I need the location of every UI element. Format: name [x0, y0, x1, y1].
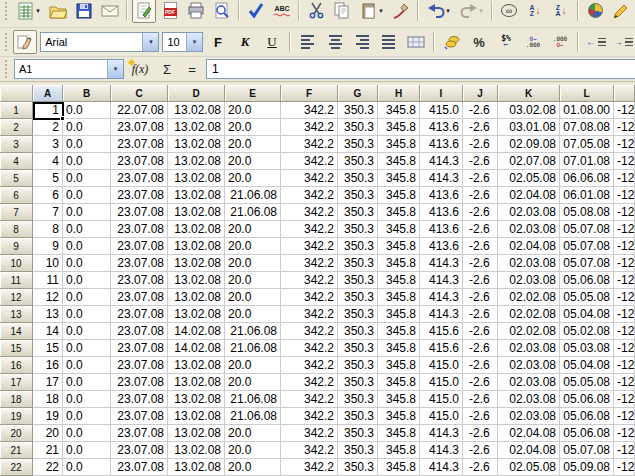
cell[interactable]: -12 — [614, 340, 635, 357]
cell[interactable]: 20.0 — [225, 374, 281, 391]
cell[interactable]: 350.3 — [338, 170, 378, 187]
cell[interactable]: 415.6 — [420, 323, 463, 340]
toolbar-drag-handle[interactable] — [4, 33, 8, 51]
cell[interactable]: 23.07.08 — [111, 306, 168, 323]
cell[interactable]: 20.0 — [225, 238, 281, 255]
cell[interactable]: 23.07.08 — [111, 136, 168, 153]
percent-format-button[interactable]: % — [467, 30, 491, 54]
cell[interactable]: -2.6 — [463, 391, 498, 408]
cell[interactable]: -12 — [614, 221, 635, 238]
cell[interactable]: 415.0 — [420, 102, 463, 119]
cell[interactable]: 350.3 — [338, 357, 378, 374]
undo-button[interactable]: ▾ — [423, 0, 454, 23]
cell[interactable]: 19 — [33, 408, 63, 425]
cell[interactable]: 02.03.08 — [498, 221, 560, 238]
name-box[interactable]: A1 ▾ — [14, 59, 124, 79]
cell[interactable]: 0.0 — [63, 255, 111, 272]
cell[interactable]: 342.2 — [281, 391, 338, 408]
cell[interactable]: 413.6 — [420, 187, 463, 204]
cell[interactable]: 02.04.08 — [498, 425, 560, 442]
cell[interactable]: 05.04.08 — [560, 306, 614, 323]
cell[interactable]: -12 — [614, 170, 635, 187]
cell[interactable]: -2.6 — [463, 459, 498, 476]
row-header-5[interactable]: 5 — [0, 170, 33, 187]
cell[interactable]: 02.03.08 — [498, 374, 560, 391]
cell[interactable]: -2.6 — [463, 306, 498, 323]
row-header-21[interactable]: 21 — [0, 442, 33, 459]
cell[interactable]: 13.02.08 — [168, 187, 225, 204]
hyperlink-button[interactable]: ∞ — [497, 0, 521, 23]
cell[interactable]: 02.07.08 — [498, 153, 560, 170]
cell[interactable]: 07.05.08 — [560, 136, 614, 153]
row-header-10[interactable]: 10 — [0, 255, 33, 272]
column-header-H[interactable]: H — [378, 85, 420, 102]
cell[interactable]: 345.8 — [378, 289, 420, 306]
cell[interactable]: 345.8 — [378, 170, 420, 187]
cell[interactable]: 342.2 — [281, 102, 338, 119]
cell[interactable]: 2 — [33, 119, 63, 136]
row-header-1[interactable]: 1 — [0, 102, 33, 119]
cell[interactable]: 20.0 — [225, 136, 281, 153]
cell[interactable]: 345.8 — [378, 102, 420, 119]
cell[interactable]: 13.02.08 — [168, 170, 225, 187]
cell[interactable]: 02.02.08 — [498, 306, 560, 323]
cell[interactable]: 350.3 — [338, 119, 378, 136]
cell[interactable]: -2.6 — [463, 221, 498, 238]
cell[interactable]: 13.02.08 — [168, 408, 225, 425]
cell[interactable]: 20.0 — [225, 357, 281, 374]
row-header-12[interactable]: 12 — [0, 289, 33, 306]
column-header-E[interactable]: E — [225, 85, 281, 102]
cell[interactable]: 22.07.08 — [111, 102, 168, 119]
cell[interactable]: 17 — [33, 374, 63, 391]
cell[interactable]: 342.2 — [281, 272, 338, 289]
cell[interactable]: 23.07.08 — [111, 425, 168, 442]
cell[interactable]: 350.3 — [338, 374, 378, 391]
cell[interactable]: 23.07.08 — [111, 187, 168, 204]
cell[interactable]: 345.8 — [378, 374, 420, 391]
font-size-combobox[interactable]: 10 ▾ — [162, 32, 203, 52]
cell[interactable]: 350.3 — [338, 153, 378, 170]
cell[interactable]: 20.0 — [225, 153, 281, 170]
cell[interactable]: 345.8 — [378, 442, 420, 459]
pdf-export-button[interactable]: PDF — [158, 0, 182, 23]
cell[interactable]: 414.3 — [420, 272, 463, 289]
cell[interactable]: 345.8 — [378, 255, 420, 272]
cell[interactable]: 0.0 — [63, 357, 111, 374]
row-header-8[interactable]: 8 — [0, 221, 33, 238]
cell[interactable]: 342.2 — [281, 306, 338, 323]
cell[interactable]: -12 — [614, 272, 635, 289]
row-header-19[interactable]: 19 — [0, 408, 33, 425]
cell[interactable]: 0.0 — [63, 102, 111, 119]
cell[interactable]: 350.3 — [338, 442, 378, 459]
cell[interactable]: 23.07.08 — [111, 408, 168, 425]
cell[interactable]: 02.05.08 — [498, 459, 560, 476]
cell[interactable]: 13.02.08 — [168, 357, 225, 374]
save-button[interactable] — [72, 0, 96, 23]
cell[interactable]: 345.8 — [378, 272, 420, 289]
cell[interactable]: -12 — [614, 204, 635, 221]
cell[interactable]: 350.3 — [338, 187, 378, 204]
standard-format-button[interactable]: $% ← — [494, 30, 518, 54]
cell[interactable]: 06.06.08 — [560, 170, 614, 187]
column-header-K[interactable]: K — [498, 85, 560, 102]
cell[interactable]: 350.3 — [338, 136, 378, 153]
cell[interactable]: -12 — [614, 119, 635, 136]
fill-handle[interactable] — [60, 116, 65, 121]
cell[interactable]: 414.3 — [420, 306, 463, 323]
cell[interactable]: -2.6 — [463, 340, 498, 357]
cell[interactable]: 414.3 — [420, 153, 463, 170]
row-header-6[interactable]: 6 — [0, 187, 33, 204]
cell[interactable]: 350.3 — [338, 340, 378, 357]
cell[interactable]: 02.04.08 — [498, 187, 560, 204]
cell[interactable]: 345.8 — [378, 459, 420, 476]
cell[interactable]: 0.0 — [63, 459, 111, 476]
italic-button[interactable]: K — [233, 30, 257, 54]
cell[interactable]: -12 — [614, 255, 635, 272]
cell[interactable]: -2.6 — [463, 238, 498, 255]
new-document-button[interactable]: ▾ — [13, 0, 44, 23]
align-right-button[interactable] — [350, 30, 374, 54]
cell[interactable]: 14.02.08 — [168, 340, 225, 357]
cell[interactable]: 01.08.00 — [560, 102, 614, 119]
bold-button[interactable]: F — [206, 30, 230, 54]
cell[interactable]: -12 — [614, 374, 635, 391]
